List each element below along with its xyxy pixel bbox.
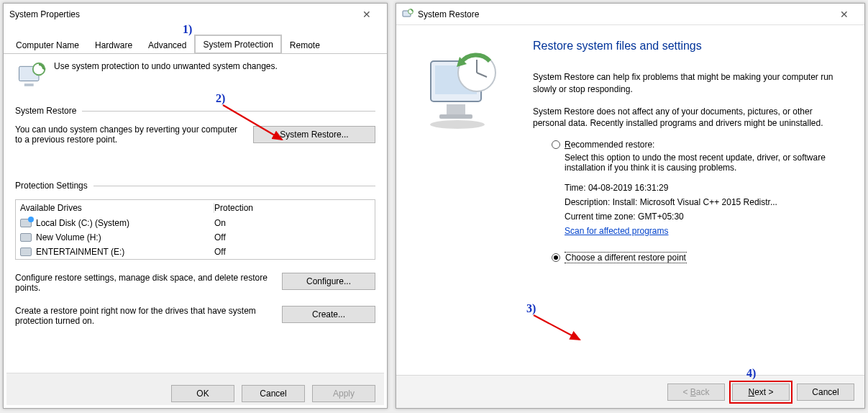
window-title: System Properties [9, 9, 80, 19]
detail-time: Time: 04-08-2019 16:31:29 [565, 183, 847, 193]
detail-description: Description: Install: Microsoft Visual C… [565, 197, 847, 207]
tab-content: Use system protection to undo unwanted s… [4, 54, 387, 329]
close-icon[interactable]: ✕ [352, 9, 381, 20]
drive-icon [20, 248, 32, 256]
drives-table: Available Drives Protection Local Disk (… [15, 199, 375, 260]
ok-button[interactable]: OK [171, 385, 234, 402]
tab-remote[interactable]: Remote [282, 36, 328, 53]
restore-illustration-icon [418, 47, 504, 133]
tab-advanced[interactable]: Advanced [140, 36, 194, 53]
back-button[interactable]: < Back [667, 384, 725, 401]
protection-settings-legend: Protection Settings [15, 181, 88, 191]
svg-rect-10 [439, 114, 472, 119]
drive-icon [20, 219, 32, 227]
wizard-sidebar [396, 25, 526, 375]
intro-text: Use system protection to undo unwanted s… [54, 61, 278, 71]
dialog-buttons: OK Cancel Apply [6, 373, 384, 405]
tab-computer-name[interactable]: Computer Name [8, 36, 87, 53]
svg-rect-9 [447, 104, 465, 114]
radio-recommended[interactable]: Recommended restore: [552, 140, 847, 150]
wizard-p1: System Restore can help fix problems tha… [533, 71, 847, 96]
svg-rect-1 [24, 83, 34, 86]
title-bar: System Properties ✕ [4, 4, 387, 25]
tabs: Computer Name Hardware Advanced System P… [4, 34, 387, 54]
close-icon[interactable]: ✕ [830, 9, 859, 20]
window-title: System Restore [418, 9, 479, 19]
wizard-content: Restore system files and settings System… [526, 25, 864, 375]
app-icon [402, 9, 414, 20]
cancel-button[interactable]: Cancel [242, 385, 305, 402]
system-properties-window: System Properties ✕ Computer Name Hardwa… [3, 3, 388, 409]
detail-timezone: Current time zone: GMT+05:30 [565, 212, 847, 222]
wizard-heading: Restore system files and settings [533, 40, 847, 53]
title-bar: System Restore ✕ [396, 4, 864, 25]
table-row[interactable]: Local Disk (C:) (System) On [16, 216, 375, 230]
cancel-button[interactable]: Cancel [797, 384, 854, 401]
radio-icon [552, 253, 560, 262]
recommended-desc: Select this option to undo the most rece… [552, 153, 847, 173]
choose-different-label: Choose a different restore point [565, 252, 687, 263]
svg-point-6 [430, 120, 485, 129]
wizard-p2: System Restore does not affect any of yo… [533, 106, 847, 130]
create-desc: Create a restore point right now for the… [15, 306, 275, 326]
system-restore-window: System Restore ✕ Restore system files an… [396, 3, 865, 409]
configure-button[interactable]: Configure... [282, 273, 375, 290]
system-restore-legend: System Restore [15, 106, 76, 116]
configure-desc: Configure restore settings, manage disk … [15, 273, 275, 293]
next-button[interactable]: Next > [732, 384, 790, 401]
drive-icon [20, 233, 32, 242]
col-protection: Protection [214, 203, 253, 213]
radio-icon [552, 140, 560, 149]
radio-choose-different[interactable]: Choose a different restore point [552, 252, 847, 263]
protection-icon [15, 61, 47, 93]
table-row[interactable]: ENTERTAINMENT (E:) Off [16, 245, 375, 259]
apply-button[interactable]: Apply [312, 385, 375, 402]
wizard-footer: < Back Next > Cancel [396, 375, 864, 408]
create-button[interactable]: Create... [282, 306, 375, 323]
col-drives: Available Drives [20, 203, 214, 213]
tab-system-protection[interactable]: System Protection [194, 35, 281, 54]
table-row[interactable]: New Volume (H:) Off [16, 230, 375, 245]
system-restore-desc: You can undo system changes by reverting… [15, 124, 245, 145]
tab-hardware[interactable]: Hardware [87, 36, 140, 53]
system-restore-button[interactable]: System Restore... [253, 126, 375, 143]
scan-affected-link[interactable]: Scan for affected programs [565, 226, 669, 236]
